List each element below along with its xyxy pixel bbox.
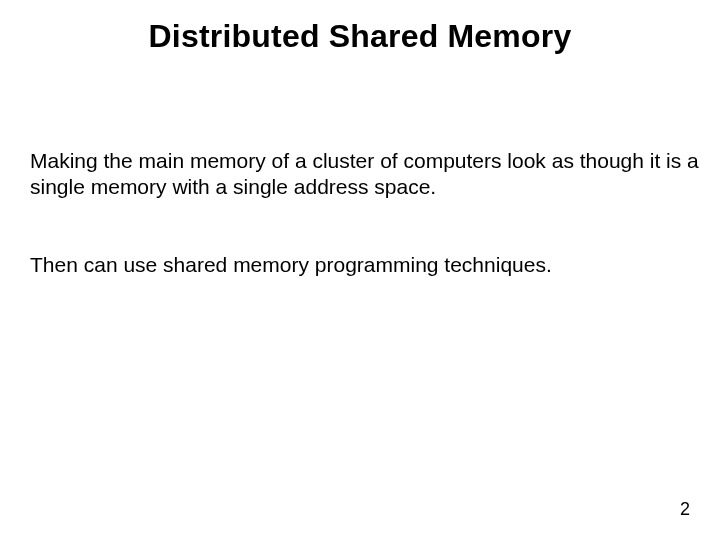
page-number: 2	[680, 499, 690, 520]
slide: Distributed Shared Memory Making the mai…	[0, 0, 720, 540]
body-paragraph-2: Then can use shared memory programming t…	[30, 252, 710, 278]
slide-title: Distributed Shared Memory	[0, 18, 720, 55]
body-paragraph-1: Making the main memory of a cluster of c…	[30, 148, 710, 201]
